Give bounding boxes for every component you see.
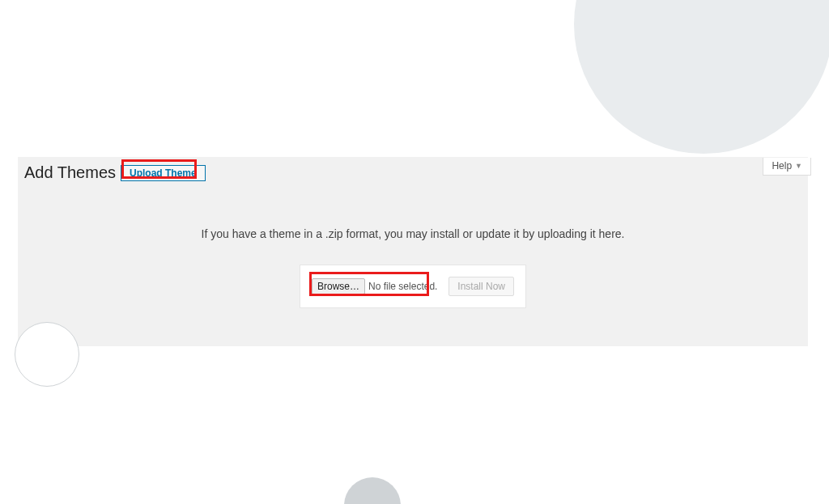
decor-circle-bottom-left — [15, 322, 79, 387]
page-title: Add Themes — [24, 163, 116, 182]
admin-panel: Add Themes Upload Theme Help ▼ If you ha… — [18, 157, 808, 346]
help-tab[interactable]: Help ▼ — [763, 158, 811, 176]
decor-circle-bottom-center — [344, 477, 401, 504]
chevron-down-icon: ▼ — [795, 162, 802, 170]
instruction-text: If you have a theme in a .zip format, yo… — [18, 227, 808, 240]
file-status-text: No file selected. — [368, 281, 437, 292]
file-area: Browse… No file selected. — [312, 278, 437, 294]
decor-circle-top — [574, 0, 829, 154]
upload-theme-button[interactable]: Upload Theme — [121, 165, 206, 181]
upload-box: Browse… No file selected. Install Now — [300, 265, 526, 308]
header-row: Add Themes Upload Theme — [18, 157, 808, 182]
install-now-button[interactable]: Install Now — [449, 277, 514, 296]
help-label: Help — [772, 160, 792, 172]
browse-button[interactable]: Browse… — [312, 278, 365, 294]
